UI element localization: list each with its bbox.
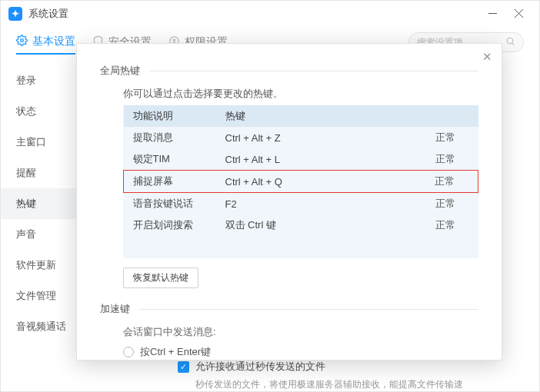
sidebar: 登录 状态 主窗口 提醒 热键 声音 软件更新 文件管理 音视频通话 (1, 58, 82, 391)
section-global-hotkey: 全局热键 (100, 64, 478, 78)
svg-line-7 (512, 43, 514, 45)
status-cell: 正常 (409, 127, 478, 148)
key-cell: 双击 Ctrl 键 (216, 214, 409, 258)
section-title: 全局热键 (100, 64, 140, 78)
dialog-close-button[interactable]: ✕ (482, 50, 492, 64)
radio-ctrl-enter[interactable]: 按Ctrl + Enter键 (100, 345, 478, 359)
sidebar-item-hotkey[interactable]: 热键 (1, 188, 82, 219)
status-cell: 正常 (409, 148, 478, 171)
func-cell: 语音按键说话 (124, 193, 216, 215)
table-row[interactable]: 锁定TIM Ctrl + Alt + L 正常 (124, 148, 478, 171)
key-cell: Ctrl + Alt + Z (216, 127, 409, 148)
sidebar-item-av-call[interactable]: 音视频通话 (1, 311, 82, 342)
sidebar-item-login[interactable]: 登录 (1, 65, 82, 96)
key-cell: Ctrl + Alt + Q (216, 171, 409, 193)
func-cell: 捕捉屏幕 (124, 171, 216, 193)
svg-point-6 (507, 38, 513, 44)
table-row[interactable]: 开启划词搜索 双击 Ctrl 键 正常 (124, 214, 478, 258)
section-title: 加速键 (100, 302, 130, 316)
gear-icon (16, 35, 28, 48)
table-row-highlighted[interactable]: 捕捉屏幕 Ctrl + Alt + Q 正常 (124, 171, 478, 193)
close-button[interactable] (505, 2, 532, 25)
radio-icon (123, 347, 134, 357)
col-hotkey: 热键 (216, 105, 409, 127)
func-cell: 开启划词搜索 (124, 214, 216, 258)
table-row[interactable]: 语音按键说话 F2 正常 (124, 193, 478, 215)
checkbox-label: 允许接收通过秒传发送的文件 (195, 360, 325, 374)
sidebar-item-status[interactable]: 状态 (1, 96, 82, 127)
sidebar-item-main-window[interactable]: 主窗口 (1, 127, 82, 158)
minimize-button[interactable] (479, 2, 505, 25)
tab-label: 基本设置 (32, 35, 75, 48)
status-cell: 正常 (409, 171, 478, 193)
radio-label: 按Ctrl + Enter键 (140, 345, 211, 359)
checkbox-icon[interactable]: ✓ (178, 361, 189, 373)
app-logo-icon: ✦ (8, 7, 22, 21)
svg-point-3 (21, 39, 24, 42)
table-header-row: 功能说明 热键 (124, 105, 478, 127)
restore-default-button[interactable]: 恢复默认热键 (123, 267, 198, 288)
status-cell: 正常 (409, 193, 478, 215)
accel-label: 会话窗口中发送消息: (100, 325, 478, 339)
background-clipped-content: ✓ 允许接收通过秒传发送的文件 秒传发送的文件，将使用极速服务器辅助接收，能提高… (178, 355, 532, 391)
key-cell: F2 (216, 193, 409, 215)
hotkey-table: 功能说明 热键 提取消息 Ctrl + Alt + Z 正常 锁定TIM Ctr… (123, 105, 478, 258)
tab-basic-settings[interactable]: 基本设置 (16, 30, 75, 55)
search-icon (505, 36, 515, 48)
sidebar-item-sound[interactable]: 声音 (1, 219, 82, 250)
subtext: 秒传发送的文件，将使用极速服务器辅助接收，能提高文件传输速 (195, 378, 463, 391)
sidebar-item-file-management[interactable]: 文件管理 (1, 281, 82, 311)
sidebar-item-software-update[interactable]: 软件更新 (1, 250, 82, 281)
table-row[interactable]: 提取消息 Ctrl + Alt + Z 正常 (124, 127, 478, 148)
titlebar: ✦ 系统设置 (1, 1, 539, 27)
key-cell: Ctrl + Alt + L (216, 148, 409, 171)
section-accelerator: 加速键 (100, 302, 478, 316)
svg-point-5 (173, 39, 175, 42)
window-title: 系统设置 (28, 7, 68, 21)
status-cell: 正常 (409, 214, 478, 258)
hotkey-hint: 你可以通过点击选择要更改的热键。 (123, 87, 478, 101)
col-function: 功能说明 (124, 105, 216, 127)
func-cell: 锁定TIM (124, 148, 216, 171)
sidebar-item-remind[interactable]: 提醒 (1, 158, 82, 188)
hotkey-dialog: ✕ 全局热键 你可以通过点击选择要更改的热键。 功能说明 热键 提取消息 Ctr… (76, 43, 502, 360)
func-cell: 提取消息 (124, 127, 216, 148)
